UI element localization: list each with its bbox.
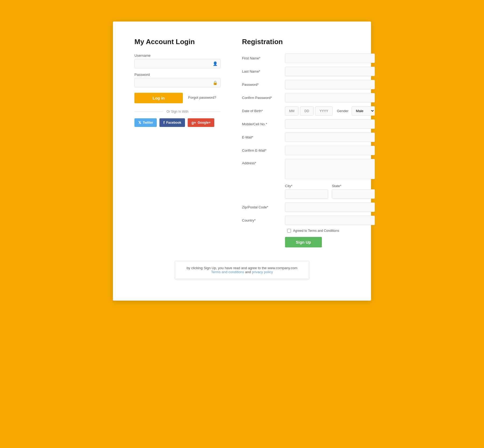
confirm-password-label: Confirm Password* xyxy=(242,96,285,100)
divider-label: Or Sign In With xyxy=(163,110,191,113)
username-input[interactable] xyxy=(134,59,220,68)
agreed-checkbox[interactable] xyxy=(287,229,291,233)
agreed-row: Agreed to Terms and Conditions xyxy=(242,229,375,233)
login-section: My Account Login Username 👤 Password 🔒 L… xyxy=(134,38,220,247)
first-name-label: First Name* xyxy=(242,56,285,60)
social-divider: Or Sign In With xyxy=(134,110,220,113)
divider-line-right xyxy=(192,112,220,112)
dob-label: Date of Birth* xyxy=(242,109,285,113)
country-group: Country* xyxy=(242,216,375,225)
country-input[interactable] xyxy=(285,216,375,225)
registration-title: Registration xyxy=(242,38,375,46)
confirm-email-group: Confirm E-Mail* xyxy=(242,146,375,155)
google-label: Google+ xyxy=(198,121,211,125)
city-group: City* xyxy=(285,184,328,199)
footer-and-text: and xyxy=(245,270,252,274)
last-name-group: Last Name* xyxy=(242,67,375,76)
address-textarea[interactable] xyxy=(285,159,375,179)
zip-input[interactable] xyxy=(285,202,375,212)
facebook-label: Facebook xyxy=(166,121,181,125)
city-label: City* xyxy=(285,184,328,188)
city-input[interactable] xyxy=(285,189,328,199)
facebook-button[interactable]: f Facebook xyxy=(159,118,185,127)
first-name-input[interactable] xyxy=(285,54,375,63)
agreed-label: Agreed to Terms and Conditions xyxy=(293,229,339,233)
mobile-group: Mobile/Cell No.* xyxy=(242,119,375,129)
social-buttons-group: 𝕏 Twitter f Facebook g+ Google+ xyxy=(134,118,220,127)
state-input[interactable] xyxy=(332,189,375,199)
google-button[interactable]: g+ Google+ xyxy=(188,118,214,127)
dob-mm-input[interactable] xyxy=(285,106,298,116)
city-state-group: City* State* xyxy=(242,184,375,199)
zip-group: Zip/Postal Code* xyxy=(242,202,375,212)
gender-label: Gender xyxy=(337,109,348,113)
last-name-label: Last Name* xyxy=(242,69,285,73)
password-label: Password xyxy=(134,73,220,77)
address-label: Address* xyxy=(242,159,285,165)
login-button[interactable]: Log in xyxy=(134,93,183,103)
confirm-password-input[interactable] xyxy=(285,93,375,102)
mobile-label: Mobile/Cell No.* xyxy=(242,122,285,126)
google-icon: g+ xyxy=(191,120,196,125)
dob-dd-input[interactable] xyxy=(300,106,314,116)
confirm-password-group: Confirm Password* xyxy=(242,93,375,102)
email-input[interactable] xyxy=(285,133,375,142)
footer-notice-text: by clicking Sign Up, you have read and a… xyxy=(187,266,297,270)
registration-section: Registration First Name* Last Name* Pass… xyxy=(242,38,375,247)
reg-password-input[interactable] xyxy=(285,80,375,89)
forgot-password-link[interactable]: Forgot password? xyxy=(188,95,216,99)
address-group: Address* xyxy=(242,159,375,180)
facebook-icon: f xyxy=(163,120,165,125)
divider-line-left xyxy=(134,112,163,112)
twitter-label: Twitter xyxy=(143,121,153,125)
lock-icon: 🔒 xyxy=(213,80,218,85)
username-group: Username 👤 xyxy=(134,54,220,68)
twitter-button[interactable]: 𝕏 Twitter xyxy=(134,118,157,127)
reg-password-label: Password* xyxy=(242,83,285,87)
confirm-email-label: Confirm E-Mail* xyxy=(242,148,285,152)
last-name-input[interactable] xyxy=(285,67,375,76)
mobile-input[interactable] xyxy=(285,119,375,129)
password-group: Password 🔒 xyxy=(134,73,220,87)
dob-group: Date of Birth* Gender Male Female Other xyxy=(242,106,375,116)
login-title: My Account Login xyxy=(134,38,220,46)
reg-password-group: Password* xyxy=(242,80,375,89)
privacy-link[interactable]: privacy policy xyxy=(252,270,273,274)
dob-yyyy-input[interactable] xyxy=(315,106,333,116)
footer-notice: by clicking Sign Up, you have read and a… xyxy=(175,261,309,279)
email-group: E-Mail* xyxy=(242,133,375,142)
terms-link[interactable]: Terms and conditions xyxy=(211,270,244,274)
user-icon: 👤 xyxy=(213,61,218,66)
gender-select[interactable]: Male Female Other xyxy=(352,106,375,116)
zip-label: Zip/Postal Code* xyxy=(242,205,285,209)
login-actions: Log in Forgot password? xyxy=(134,92,220,103)
state-label: State* xyxy=(332,184,375,188)
confirm-email-input[interactable] xyxy=(285,146,375,155)
signup-button[interactable]: Sign Up xyxy=(285,237,322,247)
username-label: Username xyxy=(134,54,220,58)
country-label: Country* xyxy=(242,218,285,222)
login-password-input[interactable] xyxy=(134,78,220,87)
first-name-group: First Name* xyxy=(242,54,375,63)
twitter-icon: 𝕏 xyxy=(138,120,141,125)
state-group: State* xyxy=(332,184,375,199)
email-label: E-Mail* xyxy=(242,135,285,139)
